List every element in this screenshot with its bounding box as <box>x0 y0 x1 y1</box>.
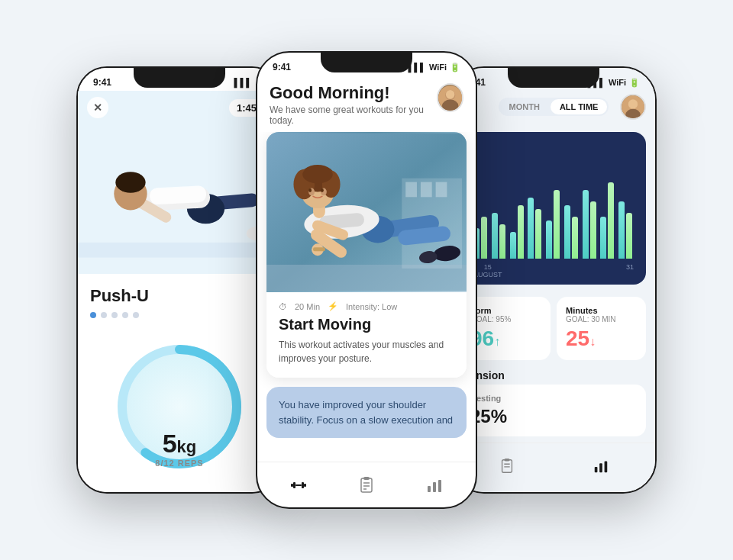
filter-tabs: MONTH ALL TIME <box>499 98 609 116</box>
svg-rect-48 <box>361 478 372 492</box>
activity-chart: 15AUGUST 31 <box>461 132 646 285</box>
chart-bar-group <box>583 190 598 259</box>
left-phone: 9:41 ▌▌▌ 🔋 ✕ 1:45 <box>76 66 283 494</box>
nav-notes-icon[interactable] <box>357 476 376 494</box>
svg-rect-44 <box>293 482 295 488</box>
right-avatar[interactable] <box>620 94 646 120</box>
center-phone: 9:41 ▌▌▌ WiFi 🔋 Good Morning! We have so… <box>256 51 477 509</box>
chart-bar-group <box>492 213 507 259</box>
chart-bar-group <box>510 205 525 259</box>
dot-2 <box>101 312 107 318</box>
center-phone-notch <box>321 53 412 72</box>
phones-container: 9:41 ▌▌▌ 🔋 ✕ 1:45 <box>53 28 680 532</box>
dot-1 <box>90 312 96 318</box>
form-stat-label: Form <box>470 306 541 315</box>
svg-point-14 <box>442 99 458 112</box>
left-phone-content: 9:41 ▌▌▌ 🔋 ✕ 1:45 <box>78 68 281 492</box>
svg-point-15 <box>446 90 455 99</box>
workout-description: This workout activates your muscles and … <box>279 338 454 365</box>
dot-4 <box>122 312 128 318</box>
green-bar <box>499 224 505 259</box>
center-status-time: 9:41 <box>273 62 291 72</box>
progress-area: 5kg 8/12 REPS <box>78 330 281 475</box>
green-bar <box>518 205 524 259</box>
center-phone-content: 9:41 ▌▌▌ WiFi 🔋 Good Morning! We have so… <box>257 53 476 507</box>
weight-display: 5kg 8/12 REPS <box>155 429 203 468</box>
right-chart-icon <box>593 458 609 475</box>
lightning-icon: ⚡ <box>328 301 338 311</box>
teal-bar <box>528 198 534 259</box>
workout-card-info: ⏱ 20 Min ⚡ Intensity: Low Start Moving T… <box>266 292 467 378</box>
right-clipboard-icon <box>499 458 515 475</box>
chart-bars <box>473 144 634 259</box>
nav-stats-icon[interactable] <box>425 476 444 494</box>
svg-rect-46 <box>302 482 304 488</box>
workout-title: Start Moving <box>279 316 454 333</box>
section-title: ...ension <box>452 366 655 385</box>
greeting-area: Good Morning! We have some great workout… <box>270 83 437 126</box>
user-avatar[interactable] <box>437 83 463 112</box>
month-tab[interactable]: MONTH <box>500 99 549 114</box>
all-time-tab[interactable]: ALL TIME <box>551 99 608 114</box>
greeting-title: Good Morning! <box>270 83 437 103</box>
workout-meta: ⏱ 20 Min ⚡ Intensity: Low <box>279 301 454 311</box>
chart-x-labels: 15AUGUST 31 <box>473 259 634 278</box>
svg-rect-32 <box>313 247 325 251</box>
dot-5 <box>133 312 139 318</box>
teal-bar <box>618 201 625 259</box>
svg-point-42 <box>321 188 324 192</box>
right-phone-notch <box>508 68 599 88</box>
chart-bar-group <box>546 190 561 259</box>
teal-bar <box>510 232 516 259</box>
greeting-subtitle: We have some great workouts for you toda… <box>270 105 437 126</box>
chart-bar-group <box>528 198 543 259</box>
avatar-image <box>438 83 462 112</box>
dumbbell-icon <box>289 476 308 494</box>
center-bottom-nav <box>257 462 476 507</box>
workout-card[interactable]: ⏱ 20 Min ⚡ Intensity: Low Start Moving T… <box>266 132 467 378</box>
timer-value: 1:45 <box>237 102 257 114</box>
clipboard-icon <box>357 476 376 494</box>
svg-rect-60 <box>504 458 509 461</box>
right-phone-content: 9:41 ▌▌▌ WiFi 🔋 MONTH ALL TIME <box>452 68 655 492</box>
teal-bar <box>600 217 606 259</box>
nav-workout-icon[interactable] <box>289 476 308 494</box>
battery-icon3: 🔋 <box>629 78 640 88</box>
wifi-icon: WiFi <box>429 63 447 72</box>
green-bar <box>608 182 614 259</box>
teal-bar <box>492 213 498 259</box>
right-nav-stats[interactable] <box>593 458 609 475</box>
workout-woman-figure <box>266 132 467 292</box>
resting-label: Resting <box>470 394 637 403</box>
workout-time: 20 Min <box>295 302 320 311</box>
svg-rect-17 <box>266 265 467 291</box>
stats-grid: Form GOAL: 95% 96 Minutes GOAL: 30 MIN 2… <box>461 297 646 360</box>
right-header: MONTH ALL TIME <box>452 91 655 126</box>
svg-rect-47 <box>304 484 306 487</box>
svg-rect-63 <box>594 466 597 471</box>
teal-bar <box>546 220 552 259</box>
svg-rect-0 <box>78 243 281 258</box>
svg-rect-7 <box>150 185 207 205</box>
teal-bar <box>564 205 570 259</box>
resting-card: Resting 25% <box>461 385 646 436</box>
chart-label-1: 15AUGUST <box>473 263 502 278</box>
svg-rect-64 <box>599 463 602 472</box>
close-button[interactable]: ✕ <box>87 97 108 118</box>
right-bottom-nav <box>452 443 655 488</box>
svg-rect-21 <box>436 182 447 198</box>
reps-display: 8/12 REPS <box>155 459 203 468</box>
right-nav-notes[interactable] <box>499 458 515 475</box>
left-phone-notch <box>134 68 225 88</box>
green-bar <box>535 209 541 259</box>
svg-rect-53 <box>428 486 431 492</box>
svg-rect-43 <box>291 484 293 487</box>
dot-3 <box>111 312 118 318</box>
page-dots <box>78 312 281 330</box>
time-icon: ⏱ <box>279 302 287 311</box>
bar-chart-icon <box>425 476 444 494</box>
green-bar <box>481 217 487 259</box>
chart-label-2: 31 <box>626 263 634 278</box>
svg-rect-20 <box>421 182 432 198</box>
teal-bar <box>583 190 589 259</box>
